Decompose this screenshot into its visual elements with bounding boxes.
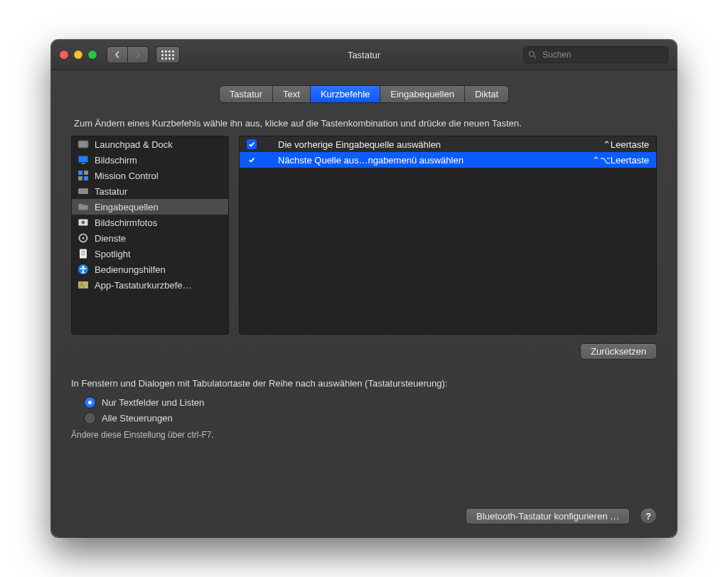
- category-label: Spotlight: [95, 249, 131, 259]
- radio-button[interactable]: [84, 397, 96, 409]
- shortcut-row[interactable]: Die vorherige Eingabequelle auswählen⌃Le…: [240, 136, 656, 152]
- category-label: Dienste: [95, 233, 126, 244]
- access-icon: [77, 264, 89, 275]
- category-label: Mission Control: [95, 171, 159, 181]
- svg-rect-6: [78, 171, 82, 175]
- forward-button[interactable]: [128, 46, 149, 63]
- category-launchpad-dock[interactable]: Launchpad & Dock: [72, 136, 228, 152]
- shortcut-keys[interactable]: ⌃Leertaste: [603, 139, 649, 150]
- display-icon: [77, 154, 89, 166]
- shortcut-list[interactable]: Die vorherige Eingabequelle auswählen⌃Le…: [239, 136, 657, 335]
- category-label: App-Tastaturkurzbefe…: [95, 280, 192, 291]
- window-body: TastaturTextKurzbefehleEingabequellenDik…: [51, 70, 677, 537]
- titlebar: Tastatur: [51, 40, 677, 70]
- folder-icon: [77, 201, 89, 212]
- search-input[interactable]: [541, 49, 663, 60]
- svg-rect-15: [80, 249, 87, 259]
- close-button[interactable]: [60, 50, 68, 59]
- shortcut-checkbox[interactable]: [247, 155, 257, 165]
- svg-rect-8: [78, 176, 82, 180]
- svg-rect-2: [78, 141, 88, 148]
- radio-option[interactable]: Alle Steuerungen: [84, 410, 657, 426]
- tab-tastatur[interactable]: Tastatur: [220, 86, 273, 102]
- svg-rect-16: [81, 251, 85, 252]
- category-tastatur[interactable]: Tastatur: [72, 183, 228, 199]
- svg-rect-10: [78, 188, 88, 194]
- svg-rect-4: [79, 156, 88, 163]
- traffic-lights: [60, 50, 97, 59]
- tab-text[interactable]: Text: [273, 86, 311, 102]
- tab-kurzbefehle[interactable]: Kurzbefehle: [311, 86, 380, 102]
- shortcut-checkbox[interactable]: [247, 139, 257, 149]
- tab-eingabequellen[interactable]: Eingabequellen: [380, 86, 465, 102]
- category-bedienungshilfen[interactable]: Bedienungshilfen: [72, 261, 228, 277]
- apps-icon: [77, 279, 89, 291]
- search-field[interactable]: [523, 46, 668, 63]
- preferences-window: Tastatur TastaturTextKurzbefehleEingabeq…: [51, 40, 677, 537]
- search-icon: [528, 50, 537, 59]
- category-bildschirm[interactable]: Bildschirm: [72, 152, 228, 168]
- svg-point-0: [530, 52, 535, 57]
- footer: Bluetooth-Tastatur konfigurieren … ?: [71, 493, 657, 524]
- category-label: Tastatur: [95, 186, 127, 197]
- grid-icon: [161, 50, 174, 60]
- category-label: Launchpad & Dock: [95, 139, 173, 150]
- tab-diktat[interactable]: Diktat: [465, 86, 508, 102]
- tabcontrol-heading: In Fenstern und Dialogen mit Tabulatorta…: [71, 378, 657, 389]
- category-spotlight[interactable]: Spotlight: [72, 246, 228, 261]
- category-label: Eingabequellen: [95, 202, 159, 212]
- shortcut-label: Nächste Quelle aus…ngabemenü auswählen: [264, 155, 585, 166]
- show-all-button[interactable]: [156, 46, 180, 63]
- minimize-button[interactable]: [74, 50, 82, 59]
- shortcut-label: Die vorherige Eingabequelle auswählen: [264, 139, 596, 150]
- category-label: Bildschirmfotos: [95, 217, 157, 228]
- category-bildschirmfotos[interactable]: Bildschirmfotos: [72, 215, 228, 230]
- back-button[interactable]: [107, 46, 128, 63]
- nav-buttons: [107, 46, 149, 63]
- category-dienste[interactable]: Dienste: [72, 230, 228, 246]
- bluetooth-button[interactable]: Bluetooth-Tastatur konfigurieren …: [466, 508, 630, 524]
- reset-button[interactable]: Zurücksetzen: [580, 343, 657, 360]
- shortcut-lists: Launchpad & DockBildschirmMission Contro…: [71, 136, 657, 335]
- zoom-button[interactable]: [88, 50, 97, 59]
- tab-bar: TastaturTextKurzbefehleEingabequellenDik…: [71, 86, 657, 102]
- category-eingabequellen[interactable]: Eingabequellen: [72, 199, 228, 215]
- radio-label: Alle Steuerungen: [102, 413, 173, 424]
- launchpad-icon: [77, 139, 89, 150]
- svg-point-12: [82, 221, 85, 225]
- shortcut-keys[interactable]: ⌃⌥Leertaste: [592, 155, 649, 166]
- radio-option[interactable]: Nur Textfelder und Listen: [84, 394, 657, 410]
- category-list[interactable]: Launchpad & DockBildschirmMission Contro…: [71, 136, 229, 335]
- keyboard-icon: [77, 185, 89, 197]
- category-mission-control[interactable]: Mission Control: [72, 168, 228, 183]
- shortcut-row[interactable]: Nächste Quelle aus…ngabemenü auswählen⌃⌥…: [240, 152, 656, 168]
- screenshot-icon: [77, 217, 89, 228]
- tabcontrol-radios: Nur Textfelder und ListenAlle Steuerunge…: [84, 394, 657, 426]
- svg-rect-17: [81, 253, 85, 254]
- category-app-tastaturkurzbefe-[interactable]: App-Tastaturkurzbefe…: [72, 277, 228, 293]
- svg-rect-5: [82, 163, 85, 165]
- svg-point-14: [82, 237, 84, 239]
- radio-label: Nur Textfelder und Listen: [102, 397, 204, 408]
- svg-rect-18: [81, 254, 85, 255]
- category-label: Bildschirm: [95, 155, 137, 166]
- svg-point-20: [82, 266, 85, 268]
- spotlight-icon: [77, 248, 89, 259]
- gear-icon: [77, 232, 89, 244]
- help-button[interactable]: ?: [640, 507, 657, 524]
- svg-rect-9: [84, 176, 88, 180]
- mission-icon: [77, 170, 89, 181]
- svg-line-1: [534, 56, 536, 58]
- category-label: Bedienungshilfen: [95, 264, 166, 275]
- svg-rect-7: [84, 171, 88, 175]
- instruction-text: Zum Ändern eines Kurzbefehls wähle ihn a…: [74, 118, 657, 129]
- tabcontrol-hint: Ändere diese Einstellung über ctrl-F7.: [71, 430, 657, 440]
- radio-button[interactable]: [84, 412, 96, 424]
